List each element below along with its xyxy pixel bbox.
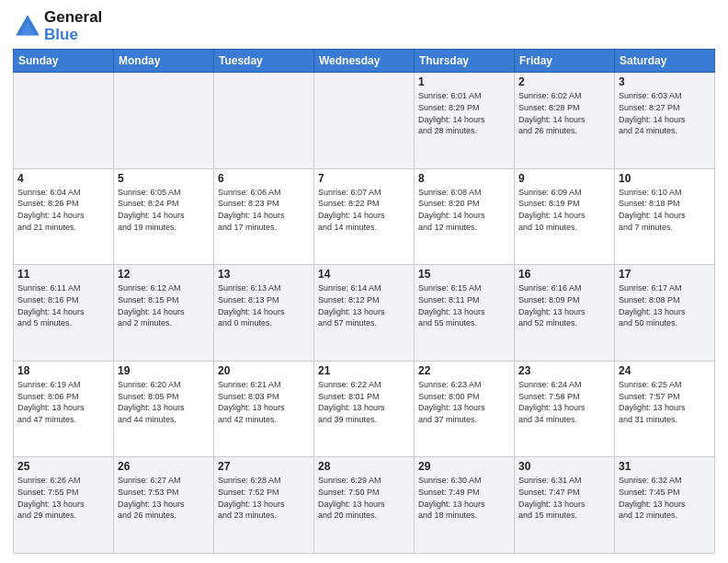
day-number: 6 xyxy=(218,172,310,185)
day-info: Sunrise: 6:06 AM Sunset: 8:23 PM Dayligh… xyxy=(218,187,310,233)
day-number: 4 xyxy=(17,172,109,185)
weekday-header-sunday: Sunday xyxy=(14,50,114,73)
day-number: 9 xyxy=(518,172,610,185)
day-info: Sunrise: 6:03 AM Sunset: 8:27 PM Dayligh… xyxy=(619,90,711,136)
day-number: 16 xyxy=(518,268,610,281)
day-info: Sunrise: 6:02 AM Sunset: 8:28 PM Dayligh… xyxy=(518,90,610,136)
weekday-header-monday: Monday xyxy=(114,50,214,73)
calendar-cell: 28Sunrise: 6:29 AM Sunset: 7:50 PM Dayli… xyxy=(314,457,415,554)
calendar-cell: 26Sunrise: 6:27 AM Sunset: 7:53 PM Dayli… xyxy=(114,457,214,554)
day-info: Sunrise: 6:14 AM Sunset: 8:12 PM Dayligh… xyxy=(318,282,410,328)
day-number: 21 xyxy=(318,364,410,377)
day-info: Sunrise: 6:23 AM Sunset: 8:00 PM Dayligh… xyxy=(418,379,510,425)
logo-text-line1: General xyxy=(44,9,102,27)
day-info: Sunrise: 6:21 AM Sunset: 8:03 PM Dayligh… xyxy=(218,379,310,425)
day-info: Sunrise: 6:01 AM Sunset: 8:29 PM Dayligh… xyxy=(418,90,510,136)
weekday-header-wednesday: Wednesday xyxy=(314,50,415,73)
calendar-cell: 29Sunrise: 6:30 AM Sunset: 7:49 PM Dayli… xyxy=(415,457,515,554)
day-number: 19 xyxy=(118,364,210,377)
day-info: Sunrise: 6:30 AM Sunset: 7:49 PM Dayligh… xyxy=(418,475,510,521)
calendar-cell: 24Sunrise: 6:25 AM Sunset: 7:57 PM Dayli… xyxy=(615,361,715,457)
calendar-week-row: 25Sunrise: 6:26 AM Sunset: 7:55 PM Dayli… xyxy=(14,457,715,554)
day-info: Sunrise: 6:24 AM Sunset: 7:58 PM Dayligh… xyxy=(518,379,610,425)
day-info: Sunrise: 6:10 AM Sunset: 8:18 PM Dayligh… xyxy=(619,187,711,233)
calendar-week-row: 11Sunrise: 6:11 AM Sunset: 8:16 PM Dayli… xyxy=(14,265,715,362)
calendar-cell: 2Sunrise: 6:02 AM Sunset: 8:28 PM Daylig… xyxy=(515,73,615,169)
day-info: Sunrise: 6:13 AM Sunset: 8:13 PM Dayligh… xyxy=(218,282,310,328)
day-info: Sunrise: 6:29 AM Sunset: 7:50 PM Dayligh… xyxy=(318,475,410,521)
calendar-cell: 22Sunrise: 6:23 AM Sunset: 8:00 PM Dayli… xyxy=(415,361,515,457)
logo: General Blue xyxy=(13,9,102,43)
calendar-week-row: 18Sunrise: 6:19 AM Sunset: 8:06 PM Dayli… xyxy=(14,361,715,457)
weekday-header-thursday: Thursday xyxy=(415,50,515,73)
calendar-cell xyxy=(214,73,314,169)
calendar-cell: 31Sunrise: 6:32 AM Sunset: 7:45 PM Dayli… xyxy=(615,457,715,554)
calendar-cell: 5Sunrise: 6:05 AM Sunset: 8:24 PM Daylig… xyxy=(114,168,214,265)
day-number: 5 xyxy=(118,172,210,185)
calendar-cell: 19Sunrise: 6:20 AM Sunset: 8:05 PM Dayli… xyxy=(114,361,214,457)
day-info: Sunrise: 6:25 AM Sunset: 7:57 PM Dayligh… xyxy=(619,379,711,425)
day-number: 1 xyxy=(418,75,510,88)
day-number: 24 xyxy=(619,364,711,377)
day-info: Sunrise: 6:27 AM Sunset: 7:53 PM Dayligh… xyxy=(118,475,210,521)
day-number: 3 xyxy=(619,75,711,88)
day-number: 8 xyxy=(418,172,510,185)
day-number: 25 xyxy=(17,460,109,473)
calendar-cell: 14Sunrise: 6:14 AM Sunset: 8:12 PM Dayli… xyxy=(314,265,415,362)
day-number: 28 xyxy=(318,460,410,473)
calendar-cell xyxy=(314,73,415,169)
calendar-week-row: 1Sunrise: 6:01 AM Sunset: 8:29 PM Daylig… xyxy=(14,73,715,169)
calendar-cell: 8Sunrise: 6:08 AM Sunset: 8:20 PM Daylig… xyxy=(415,168,515,265)
day-number: 10 xyxy=(619,172,711,185)
day-info: Sunrise: 6:28 AM Sunset: 7:52 PM Dayligh… xyxy=(218,475,310,521)
day-number: 7 xyxy=(318,172,410,185)
day-info: Sunrise: 6:11 AM Sunset: 8:16 PM Dayligh… xyxy=(17,282,109,328)
calendar-cell xyxy=(114,73,214,169)
day-info: Sunrise: 6:32 AM Sunset: 7:45 PM Dayligh… xyxy=(619,475,711,521)
header: General Blue xyxy=(13,9,715,43)
day-info: Sunrise: 6:20 AM Sunset: 8:05 PM Dayligh… xyxy=(118,379,210,425)
day-info: Sunrise: 6:16 AM Sunset: 8:09 PM Dayligh… xyxy=(518,282,610,328)
calendar-table: SundayMondayTuesdayWednesdayThursdayFrid… xyxy=(13,49,715,554)
day-number: 26 xyxy=(118,460,210,473)
day-number: 18 xyxy=(17,364,109,377)
day-number: 2 xyxy=(518,75,610,88)
calendar-cell: 30Sunrise: 6:31 AM Sunset: 7:47 PM Dayli… xyxy=(515,457,615,554)
day-info: Sunrise: 6:04 AM Sunset: 8:26 PM Dayligh… xyxy=(17,187,109,233)
day-info: Sunrise: 6:15 AM Sunset: 8:11 PM Dayligh… xyxy=(418,282,510,328)
calendar-cell: 4Sunrise: 6:04 AM Sunset: 8:26 PM Daylig… xyxy=(14,168,114,265)
day-number: 30 xyxy=(518,460,610,473)
weekday-header-tuesday: Tuesday xyxy=(214,50,314,73)
calendar-cell: 16Sunrise: 6:16 AM Sunset: 8:09 PM Dayli… xyxy=(515,265,615,362)
weekday-header-friday: Friday xyxy=(515,50,615,73)
weekday-header-saturday: Saturday xyxy=(615,50,715,73)
calendar-cell: 25Sunrise: 6:26 AM Sunset: 7:55 PM Dayli… xyxy=(14,457,114,554)
calendar-cell: 18Sunrise: 6:19 AM Sunset: 8:06 PM Dayli… xyxy=(14,361,114,457)
day-info: Sunrise: 6:19 AM Sunset: 8:06 PM Dayligh… xyxy=(17,379,109,425)
day-number: 17 xyxy=(619,268,711,281)
day-number: 12 xyxy=(118,268,210,281)
calendar-header-row: SundayMondayTuesdayWednesdayThursdayFrid… xyxy=(14,50,715,73)
calendar-cell: 17Sunrise: 6:17 AM Sunset: 8:08 PM Dayli… xyxy=(615,265,715,362)
day-number: 14 xyxy=(318,268,410,281)
day-number: 20 xyxy=(218,364,310,377)
calendar-cell: 3Sunrise: 6:03 AM Sunset: 8:27 PM Daylig… xyxy=(615,73,715,169)
calendar-cell: 7Sunrise: 6:07 AM Sunset: 8:22 PM Daylig… xyxy=(314,168,415,265)
calendar-cell: 21Sunrise: 6:22 AM Sunset: 8:01 PM Dayli… xyxy=(314,361,415,457)
day-number: 11 xyxy=(17,268,109,281)
day-number: 29 xyxy=(418,460,510,473)
calendar-cell: 27Sunrise: 6:28 AM Sunset: 7:52 PM Dayli… xyxy=(214,457,314,554)
logo-text-line2: Blue xyxy=(44,27,102,44)
calendar-cell: 9Sunrise: 6:09 AM Sunset: 8:19 PM Daylig… xyxy=(515,168,615,265)
calendar-cell: 1Sunrise: 6:01 AM Sunset: 8:29 PM Daylig… xyxy=(415,73,515,169)
day-number: 27 xyxy=(218,460,310,473)
logo-icon xyxy=(13,12,42,41)
day-info: Sunrise: 6:09 AM Sunset: 8:19 PM Dayligh… xyxy=(518,187,610,233)
day-info: Sunrise: 6:17 AM Sunset: 8:08 PM Dayligh… xyxy=(619,282,711,328)
calendar-cell: 11Sunrise: 6:11 AM Sunset: 8:16 PM Dayli… xyxy=(14,265,114,362)
day-info: Sunrise: 6:05 AM Sunset: 8:24 PM Dayligh… xyxy=(118,187,210,233)
day-info: Sunrise: 6:12 AM Sunset: 8:15 PM Dayligh… xyxy=(118,282,210,328)
page: General Blue SundayMondayTuesdayWednesda… xyxy=(0,0,728,563)
calendar-cell: 6Sunrise: 6:06 AM Sunset: 8:23 PM Daylig… xyxy=(214,168,314,265)
day-info: Sunrise: 6:31 AM Sunset: 7:47 PM Dayligh… xyxy=(518,475,610,521)
